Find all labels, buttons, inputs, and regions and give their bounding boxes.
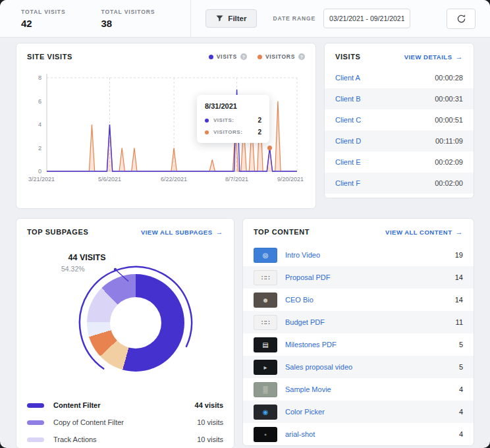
svg-text:0: 0 <box>38 168 41 175</box>
legend-label: Content Filter <box>53 401 195 409</box>
content-thumbnail: ▤ <box>254 337 277 352</box>
legend-swatch <box>27 403 44 408</box>
tooltip-label: VISITS: <box>213 117 234 123</box>
svg-text:6/22/2021: 6/22/2021 <box>161 176 187 182</box>
list-item: ▒ Sample Movie 4 <box>243 378 474 401</box>
content-count: 4 <box>459 430 463 438</box>
client-link[interactable]: Client C <box>335 116 361 124</box>
content-count: 5 <box>459 363 463 371</box>
svg-text:9/20/2021: 9/20/2021 <box>277 176 304 182</box>
content-area: SITE VISITS VISITS ? VISITORS ? <box>0 38 490 448</box>
stat-label: TOTAL VISITORS <box>101 9 155 15</box>
card-title: TOP CONTENT <box>254 228 310 236</box>
content-count: 14 <box>455 296 463 304</box>
svg-text:5/6/2021: 5/6/2021 <box>98 176 121 182</box>
analytics-dashboard: TOTAL VISITS 42 TOTAL VISITORS 38 Filter… <box>0 0 490 448</box>
content-link[interactable]: Sales proposal video <box>285 363 459 371</box>
legend-value: 10 visits <box>197 435 223 443</box>
divider <box>190 0 191 38</box>
client-link[interactable]: Client A <box>335 74 360 82</box>
list-item: ∷∷ Proposal PDF 14 <box>243 266 474 289</box>
content-thumbnail: ∷∷ <box>254 315 277 330</box>
arrow-right-icon: → <box>456 53 464 61</box>
legend-value: 44 visits <box>195 401 223 409</box>
refresh-icon <box>456 14 466 24</box>
content-link[interactable]: Intro Video <box>285 251 455 259</box>
content-list: ◎ Intro Video 19 ∷∷ Proposal PDF 14 ☻ CE… <box>243 244 474 445</box>
legend-row: Copy of Content Filter 10 visits <box>16 414 234 431</box>
table-row: Client A 00:00:28 <box>325 67 474 88</box>
site-visits-card: SITE VISITS VISITS ? VISITORS ? <box>16 43 316 209</box>
legend-swatch <box>27 420 44 425</box>
subpages-legend: Content Filter 44 visits Copy of Content… <box>16 397 234 448</box>
svg-text:8: 8 <box>38 74 41 81</box>
visits-card: VISITS VIEW DETAILS → Client A 00:00:28 … <box>324 43 474 198</box>
table-row: Client D 00:11:09 <box>325 130 474 152</box>
list-item: ▤ Milestones PDF 5 <box>243 333 474 356</box>
visit-duration: 00:00:28 <box>435 74 463 82</box>
svg-text:2: 2 <box>38 145 41 152</box>
visit-duration: 00:00:31 <box>435 95 463 103</box>
top-content-card: TOP CONTENT VIEW ALL CONTENT → ◎ Intro V… <box>242 218 474 446</box>
view-all-subpages-link[interactable]: VIEW ALL SUBPAGES → <box>141 228 223 236</box>
content-link[interactable]: Milestones PDF <box>285 341 459 349</box>
legend-label: VISITS <box>217 53 237 60</box>
filter-icon <box>216 15 223 22</box>
list-item: ∷∷ Budget PDF 11 <box>243 311 474 333</box>
table-row: Client B 00:00:31 <box>325 88 474 109</box>
stat-value: 42 <box>21 18 65 29</box>
visit-duration: 00:02:09 <box>435 158 463 166</box>
svg-text:8/7/2021: 8/7/2021 <box>225 176 248 182</box>
view-all-content-link[interactable]: VIEW ALL CONTENT → <box>385 228 463 236</box>
donut-callout: 44 VISITS 54.32% <box>51 253 123 273</box>
legend-item-visitors: VISITORS ? <box>258 53 305 60</box>
refresh-button[interactable] <box>447 9 476 29</box>
content-thumbnail: ▸ <box>254 360 277 375</box>
card-header: TOP SUBPAGES VIEW ALL SUBPAGES → <box>16 219 234 240</box>
visitors-dot-icon <box>205 130 209 134</box>
donut-area: 44 VISITS 54.32% <box>16 240 234 397</box>
content-count: 14 <box>455 273 463 281</box>
legend-row: Track Actions 10 visits <box>16 431 234 448</box>
callout-percent: 54.32% <box>51 265 123 273</box>
top-subpages-card: TOP SUBPAGES VIEW ALL SUBPAGES → 44 VISI… <box>16 218 234 448</box>
table-row: Client C 00:00:51 <box>325 109 474 130</box>
view-details-link[interactable]: VIEW DETAILS → <box>404 53 463 61</box>
content-count: 4 <box>459 385 463 393</box>
subpages-donut[interactable] <box>87 274 184 372</box>
list-item: ▪ arial-shot 4 <box>243 423 474 445</box>
stat-total-visits: TOTAL VISITS 42 <box>21 9 65 29</box>
filter-button[interactable]: Filter <box>205 9 257 28</box>
svg-text:3/21/2021: 3/21/2021 <box>28 176 55 182</box>
card-title: TOP SUBPAGES <box>27 228 88 236</box>
tooltip-row: VISITS: 2 <box>205 117 261 124</box>
arrow-right-icon: → <box>456 228 464 236</box>
content-link[interactable]: Color Picker <box>285 408 459 416</box>
chart-legend: VISITS ? VISITORS ? <box>209 53 305 60</box>
card-header: SITE VISITS VISITS ? VISITORS ? <box>16 43 315 65</box>
card-header: VISITS VIEW DETAILS → <box>325 43 474 67</box>
legend-value: 10 visits <box>197 418 223 426</box>
content-link[interactable]: arial-shot <box>285 430 459 438</box>
card-title: VISITS <box>335 53 360 61</box>
content-link[interactable]: CEO Bio <box>285 296 455 304</box>
tooltip-label: VISITORS: <box>213 129 242 135</box>
table-row: Client F 00:02:00 <box>325 173 474 194</box>
visitors-dot-icon <box>258 55 262 59</box>
date-range-input[interactable] <box>323 9 410 28</box>
list-item: ◎ Intro Video 19 <box>243 244 474 266</box>
info-icon[interactable]: ? <box>240 53 247 60</box>
content-count: 11 <box>456 318 463 326</box>
client-link[interactable]: Client D <box>335 137 361 145</box>
client-link[interactable]: Client F <box>335 179 360 187</box>
client-link[interactable]: Client E <box>335 158 361 166</box>
tooltip-value: 2 <box>258 117 261 124</box>
content-link[interactable]: Proposal PDF <box>285 273 455 281</box>
info-icon[interactable]: ? <box>298 53 305 60</box>
row-bottom: TOP SUBPAGES VIEW ALL SUBPAGES → 44 VISI… <box>16 218 474 448</box>
link-label: VIEW DETAILS <box>404 53 452 61</box>
content-link[interactable]: Sample Movie <box>285 385 459 393</box>
content-link[interactable]: Budget PDF <box>285 318 456 326</box>
date-range-label: DATE RANGE <box>273 15 315 22</box>
client-link[interactable]: Client B <box>335 95 361 103</box>
